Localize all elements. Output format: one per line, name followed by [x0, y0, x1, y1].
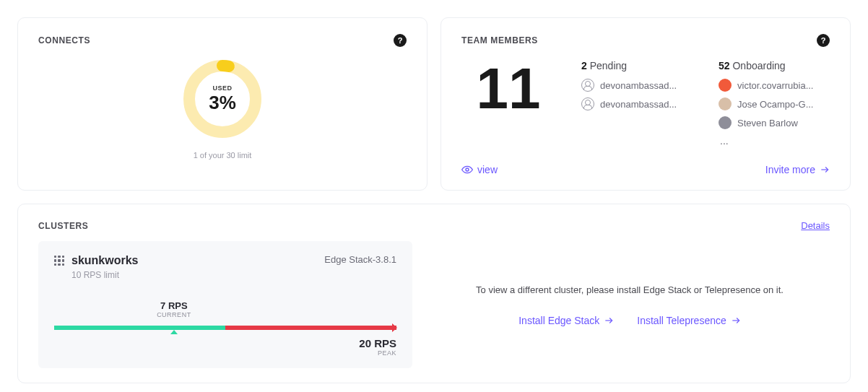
- view-button[interactable]: view: [461, 164, 498, 175]
- pending-column: 2 Pending devonambassad... devonambassad…: [581, 60, 693, 147]
- help-icon[interactable]: ?: [817, 34, 830, 47]
- rps-bar-current: [54, 326, 225, 330]
- avatar: [719, 97, 732, 110]
- arrow-right-icon: [731, 315, 741, 326]
- rps-current-value: 7 RPS: [114, 300, 234, 311]
- rps-bar: [54, 326, 396, 330]
- arrow-right-icon: [820, 165, 830, 175]
- onboarding-heading: 52 Onboarding: [719, 60, 830, 71]
- clusters-card: CLUSTERS Details skunkworks 10 RPS limit: [17, 204, 851, 383]
- install-edge-stack-button[interactable]: Install Edge Stack: [518, 315, 614, 326]
- connects-gauge: USED 3%: [179, 56, 266, 142]
- invite-more-button[interactable]: Invite more: [765, 164, 830, 175]
- more-indicator[interactable]: ...: [719, 135, 830, 147]
- list-item: Steven Barlow: [719, 116, 830, 129]
- onboarding-label: Onboarding: [732, 60, 785, 71]
- rps-bar-peak: [225, 326, 396, 330]
- cluster-grid-icon: [54, 256, 64, 266]
- rps-peak-value: 20 RPS: [54, 337, 396, 349]
- cluster-name: skunkworks: [71, 254, 138, 267]
- pending-count: 2: [581, 60, 587, 71]
- member-name: Jose Ocampo-G...: [737, 99, 813, 110]
- view-label: view: [477, 164, 498, 175]
- arrow-right-icon: [604, 315, 614, 326]
- gauge-percent: 3%: [209, 92, 236, 114]
- connects-card: CONNECTS ? USED 3% 1 of your 30 limit: [17, 17, 428, 191]
- avatar-placeholder-icon: [581, 79, 594, 92]
- avatar: [719, 116, 732, 129]
- cluster-install-prompt: To view a different cluster, please inst…: [430, 241, 830, 368]
- invite-label: Invite more: [765, 164, 815, 175]
- install-edge-label: Install Edge Stack: [518, 315, 599, 326]
- connects-title: CONNECTS: [38, 35, 90, 45]
- rps-peak-label: PEAK: [54, 349, 396, 357]
- cluster-limit: 10 RPS limit: [71, 270, 138, 280]
- onboarding-column: 52 Onboarding victor.covarrubia... Jose …: [719, 60, 830, 147]
- list-item: Jose Ocampo-G...: [719, 97, 830, 110]
- team-total-count: 11: [461, 60, 555, 147]
- install-telepresence-button[interactable]: Install Telepresence: [637, 315, 740, 326]
- install-text: To view a different cluster, please inst…: [476, 283, 784, 297]
- avatar-placeholder-icon: [581, 97, 594, 110]
- pending-label: Pending: [590, 60, 627, 71]
- avatar: [719, 79, 732, 92]
- list-item: devonambassad...: [581, 97, 693, 110]
- member-name: devonambassad...: [600, 80, 677, 91]
- member-name: devonambassad...: [600, 99, 677, 110]
- rps-chart: 7 RPS CURRENT 20 RPS PEAK: [54, 300, 396, 351]
- cluster-stack-version: Edge Stack-3.8.1: [324, 254, 396, 265]
- rps-current-marker-icon: [170, 330, 178, 334]
- connects-caption: 1 of your 30 limit: [194, 151, 252, 160]
- pending-heading: 2 Pending: [581, 60, 693, 71]
- member-name: Steven Barlow: [737, 118, 798, 129]
- svg-point-2: [466, 168, 469, 171]
- gauge-used-label: USED: [212, 84, 232, 92]
- details-link[interactable]: Details: [801, 220, 830, 231]
- team-members-card: TEAM MEMBERS ? 11 2 Pending devonambassa…: [440, 17, 851, 191]
- list-item: victor.covarrubia...: [719, 79, 830, 92]
- install-tp-label: Install Telepresence: [637, 315, 726, 326]
- onboarding-count: 52: [719, 60, 730, 71]
- help-icon[interactable]: ?: [394, 34, 407, 47]
- rps-current-label: CURRENT: [114, 311, 234, 318]
- clusters-title: CLUSTERS: [38, 221, 88, 231]
- list-item: devonambassad...: [581, 79, 693, 92]
- team-title: TEAM MEMBERS: [461, 35, 538, 45]
- cluster-selected[interactable]: skunkworks 10 RPS limit Edge Stack-3.8.1…: [38, 241, 412, 368]
- member-name: victor.covarrubia...: [737, 80, 814, 91]
- eye-icon: [461, 164, 473, 175]
